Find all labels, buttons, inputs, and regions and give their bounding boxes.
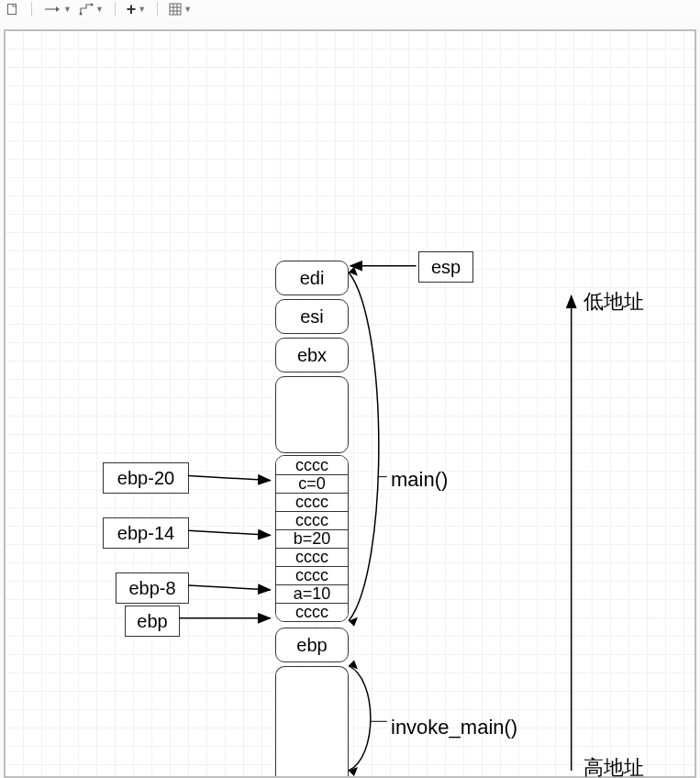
canvas[interactable]: esp edi esi ebx cccc c=0 cccc cccc b=20 …	[4, 29, 696, 778]
ebp-20-label: ebp-20	[103, 462, 189, 494]
stack-slot: cccc	[276, 566, 348, 584]
toolbar: ▼ ▼ + ▼ ▼	[0, 0, 700, 18]
ebp-8-label: ebp-8	[116, 572, 189, 604]
stack-slot: a=10	[276, 584, 348, 603]
arrow-icon[interactable]: ▼	[43, 2, 72, 17]
low-address-label: 低地址	[583, 288, 644, 316]
esp-label: esp	[418, 251, 473, 283]
stack-slot: cccc	[276, 548, 348, 566]
stack-ebp-cell: ebp	[275, 628, 349, 662]
svg-line-12	[188, 585, 271, 590]
add-icon[interactable]: + ▼	[127, 2, 146, 17]
svg-point-3	[90, 4, 93, 6]
stack-edi: edi	[275, 261, 349, 295]
stack-esi: esi	[275, 299, 349, 334]
stack-ebx: ebx	[275, 338, 349, 372]
stack-slot: cccc	[276, 493, 348, 511]
arrows-overlay	[6, 31, 694, 776]
stack-slots: cccc c=0 cccc cccc b=20 cccc cccc a=10 c…	[275, 455, 349, 622]
connector-icon[interactable]: ▼	[79, 2, 104, 17]
main-annotation: main()	[391, 468, 448, 492]
svg-point-2	[79, 13, 82, 16]
stack-slot: cccc	[276, 456, 348, 474]
stack-slot: b=20	[276, 529, 348, 548]
stack-invoke	[275, 666, 349, 776]
canvas-wrap: esp edi esi ebx cccc c=0 cccc cccc b=20 …	[0, 29, 700, 778]
ebp-14-label: ebp-14	[103, 517, 189, 549]
page-icon[interactable]	[4, 2, 20, 17]
svg-rect-4	[170, 4, 181, 15]
svg-rect-0	[8, 5, 17, 15]
grid-icon[interactable]: ▼	[169, 2, 192, 17]
stack-gap	[275, 376, 349, 453]
stack-slot: cccc	[276, 603, 348, 621]
svg-line-10	[188, 476, 271, 481]
high-address-label: 高地址	[583, 754, 644, 778]
ebp-label: ebp	[125, 606, 180, 637]
invoke-annotation: invoke_main()	[391, 716, 517, 739]
stack-slot: cccc	[276, 511, 348, 529]
stack-slot: c=0	[276, 474, 348, 493]
svg-line-11	[188, 530, 271, 535]
